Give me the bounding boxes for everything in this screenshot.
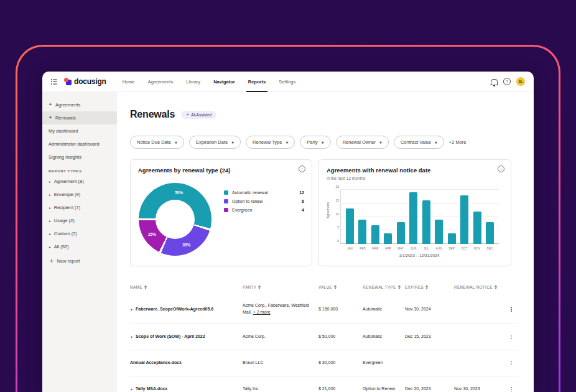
report-type-custom-2[interactable]: ▸Custom (2) (42, 227, 117, 240)
top-icons: SL (491, 77, 525, 86)
table-row[interactable]: ✦Faberware_ScopeOfWork-Agreed05.6Acme Co… (130, 295, 519, 324)
tab-reports[interactable]: Reports (248, 72, 266, 92)
legend-swatch (224, 190, 228, 195)
filter-renewal-type[interactable]: Renewal Type▼ (246, 136, 295, 149)
sort-icon (144, 285, 147, 289)
table-row[interactable]: Annual Acceptance.docxBraun LLC$ 30,000E… (130, 350, 519, 376)
tab-library[interactable]: Library (186, 72, 200, 92)
sidebar-item-administrator-dashboard[interactable]: Administrator dashboard (42, 138, 117, 151)
sidebar-item-my-dashboard[interactable]: My dashboard (42, 124, 117, 138)
tab-agreements[interactable]: Agreements (148, 72, 173, 92)
sidebar-item-agreements[interactable]: ✦Agreements (42, 98, 117, 111)
new-report-label: New report (57, 258, 80, 264)
chevron-down-icon: ▼ (435, 141, 437, 144)
help-icon[interactable] (503, 78, 511, 85)
sidebar-item-signing-insights[interactable]: Signing Insights (42, 151, 117, 164)
name-cell: Annual Acceptance.docx (130, 360, 243, 366)
report-type-recipient-7[interactable]: ▸Recipient (7) (42, 201, 117, 214)
x-tick-label: AUG (435, 247, 442, 250)
report-type-label: Custom (2) (54, 231, 77, 236)
table-row[interactable]: ✦Tally MSA.docxTally Inc.$ 21,000Option … (130, 376, 519, 392)
bar-nov: NOV (473, 190, 481, 244)
row-actions-kebab-icon[interactable] (508, 361, 515, 366)
report-type-label: All (52) (54, 244, 69, 250)
y-tick-label: 5 (332, 225, 339, 229)
agreement-name: Tally MSA.docx (136, 386, 167, 392)
docusign-logo-mark-icon (64, 78, 72, 85)
bar-jul: JUL (422, 190, 430, 244)
donut-slice-label: 15% (148, 232, 156, 236)
filter-expiration-date[interactable]: Expiration Date▼ (189, 136, 241, 149)
filter-label: Contract Value (401, 139, 431, 145)
chevron-down-icon: ▼ (322, 141, 324, 144)
sort-icon (398, 285, 401, 289)
ai-sparkle-icon: ✦ (49, 103, 52, 107)
app-grid-icon[interactable] (51, 79, 57, 85)
tab-home[interactable]: Home (123, 72, 135, 92)
column-header-party[interactable]: PARTY (243, 285, 318, 289)
report-type-all-52[interactable]: ▸All (52) (42, 240, 117, 253)
filter-notice-due-date[interactable]: Notice Due Date▼ (130, 136, 184, 149)
column-header-name[interactable]: NAME (130, 285, 243, 289)
chevron-right-icon: ▸ (49, 232, 51, 236)
filter-renewal-owner[interactable]: Renewal Owner▼ (336, 136, 389, 149)
x-tick-label: APR (385, 247, 391, 250)
kebab-dot (511, 391, 512, 392)
bar-dec: DEC (486, 190, 494, 244)
column-header-value[interactable]: VALUE (318, 285, 363, 289)
chevron-right-icon: ▸ (49, 193, 51, 197)
info-icon[interactable] (498, 166, 504, 172)
report-type-label: Recipient (7) (54, 205, 81, 210)
bar-rect (448, 233, 456, 244)
legend-value: 4 (302, 208, 304, 212)
report-type-envelope-9[interactable]: ▸Envelope (9) (42, 188, 117, 201)
more-parties-link[interactable]: + 2 more (253, 310, 271, 314)
x-tick-label: SEP (448, 247, 455, 250)
agreement-name: Faberware_ScopeOfWork-Agreed05.6 (136, 306, 213, 313)
bar-rect (346, 208, 354, 244)
tab-navigator[interactable]: Navigator (213, 72, 235, 92)
legend-item-option-to-renew: Option to renew6 (224, 197, 304, 205)
report-type-usage-2[interactable]: ▸Usage (2) (42, 214, 117, 227)
sort-up-arrow (144, 285, 147, 287)
column-header-renewal-notice[interactable]: RENEWAL NOTICE (454, 285, 508, 289)
report-type-agreement-8[interactable]: ▸Agreement (8) (42, 175, 117, 188)
chevron-down-icon: ▼ (379, 141, 382, 144)
party-cell: Braun LLC (243, 360, 318, 366)
expires-cell: Dec 20, 2023 (405, 386, 454, 392)
row-actions-kebab-icon[interactable] (508, 335, 515, 340)
sidebar-item-renewals[interactable]: ✦Renewals (42, 111, 117, 124)
chevron-down-icon: ▼ (175, 141, 177, 144)
info-icon[interactable] (299, 166, 305, 172)
filter-party[interactable]: Party▼ (300, 136, 330, 149)
row-actions-kebab-icon[interactable] (508, 387, 515, 392)
agreement-name: Scope of Work (SOW) - April 2022 (136, 334, 205, 340)
notification-bell-icon[interactable] (491, 79, 498, 85)
ai-sparkle-icon: ✦ (186, 113, 189, 116)
tab-settings[interactable]: Settings (279, 72, 295, 92)
x-tick-label: JAN (347, 247, 353, 250)
sort-down-arrow (258, 287, 261, 289)
report-type-label: Envelope (9) (54, 192, 81, 197)
docusign-logo[interactable]: docusign (64, 77, 106, 86)
chevron-right-icon: ▸ (49, 219, 51, 223)
table-row[interactable]: ✦Scope of Work (SOW) - April 2022Acme Co… (130, 324, 519, 350)
sidebar-item-label: Administrator dashboard (49, 141, 100, 147)
sort-down-arrow (425, 287, 428, 289)
x-tick-label: JUN (411, 247, 416, 250)
row-actions-kebab-icon[interactable] (508, 307, 515, 312)
column-header-renewal-type[interactable]: RENEWAL TYPE (363, 285, 405, 289)
kebab-dot (511, 361, 512, 362)
table-header: NAMEPARTYVALUERENEWAL TYPEEXPIRESRENEWAL… (130, 279, 519, 295)
bar-rect (473, 212, 481, 244)
bars: JANFEBMARAPRMAYJUNJULAUGSEPOCTNOVDEC (341, 190, 499, 244)
renewal-notice-card-subtitle: in the next 12 months (327, 176, 365, 180)
more-filters-button[interactable]: +2 More (449, 139, 467, 145)
avatar[interactable]: SL (516, 77, 525, 86)
chevron-right-icon: ▸ (49, 206, 51, 210)
kebab-dot (511, 363, 512, 364)
filter-contract-value[interactable]: Contract Value▼ (394, 136, 444, 149)
column-header-expires[interactable]: EXPIRES (405, 285, 454, 289)
legend-item-automatic-renewal: Automatic renewal12 (224, 188, 304, 197)
new-report-button[interactable]: + New report (42, 254, 117, 268)
